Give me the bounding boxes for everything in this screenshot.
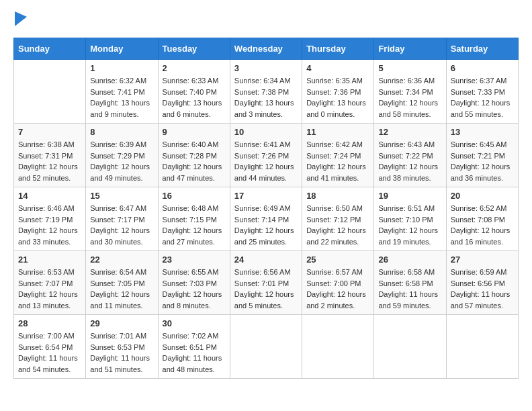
calendar-table: SundayMondayTuesdayWednesdayThursdayFrid… xyxy=(13,38,519,379)
calendar-cell: 21 Sunrise: 6:53 AM Sunset: 7:07 PM Dayl… xyxy=(14,251,86,315)
calendar-cell: 8 Sunrise: 6:39 AM Sunset: 7:29 PM Dayli… xyxy=(86,124,158,187)
day-number: 2 xyxy=(163,63,226,73)
daylight-text: Daylight: 12 hours and 22 minutes. xyxy=(306,225,369,247)
daylight-text: Daylight: 11 hours and 51 minutes. xyxy=(90,353,153,375)
calendar-cell: 19 Sunrise: 6:51 AM Sunset: 7:10 PM Dayl… xyxy=(374,187,446,251)
daylight-text: Daylight: 11 hours and 59 minutes. xyxy=(378,289,441,311)
sunrise-text: Sunrise: 6:43 AM xyxy=(378,139,441,150)
sunrise-text: Sunrise: 6:47 AM xyxy=(90,203,153,214)
calendar-cell: 18 Sunrise: 6:50 AM Sunset: 7:12 PM Dayl… xyxy=(302,187,374,251)
sunset-text: Sunset: 7:38 PM xyxy=(234,87,298,98)
sunset-text: Sunset: 7:17 PM xyxy=(90,214,153,226)
day-number: 3 xyxy=(234,63,298,73)
sunset-text: Sunset: 7:26 PM xyxy=(234,150,298,162)
calendar-cell: 25 Sunrise: 6:57 AM Sunset: 7:00 PM Dayl… xyxy=(302,251,374,315)
daylight-text: Daylight: 12 hours and 49 minutes. xyxy=(90,161,153,183)
sunset-text: Sunset: 6:54 PM xyxy=(18,342,81,353)
day-info: Sunrise: 6:35 AM Sunset: 7:36 PM Dayligh… xyxy=(306,75,369,120)
day-info: Sunrise: 6:41 AM Sunset: 7:26 PM Dayligh… xyxy=(234,139,298,183)
day-number: 19 xyxy=(378,191,441,201)
daylight-text: Daylight: 12 hours and 13 minutes. xyxy=(18,289,81,311)
day-number: 7 xyxy=(18,127,81,137)
logo-icon xyxy=(15,11,27,26)
calendar-cell: 2 Sunrise: 6:33 AM Sunset: 7:40 PM Dayli… xyxy=(158,60,230,124)
calendar-week-5: 28 Sunrise: 7:00 AM Sunset: 6:54 PM Dayl… xyxy=(14,315,519,379)
sunset-text: Sunset: 7:01 PM xyxy=(234,278,298,289)
daylight-text: Daylight: 13 hours and 0 minutes. xyxy=(306,97,369,120)
sunset-text: Sunset: 7:22 PM xyxy=(378,150,441,162)
calendar-cell: 5 Sunrise: 6:36 AM Sunset: 7:34 PM Dayli… xyxy=(374,60,446,124)
day-number: 22 xyxy=(90,255,153,265)
day-info: Sunrise: 6:32 AM Sunset: 7:41 PM Dayligh… xyxy=(90,75,153,120)
sunrise-text: Sunrise: 6:50 AM xyxy=(306,203,369,214)
day-number: 1 xyxy=(90,63,153,73)
day-info: Sunrise: 6:34 AM Sunset: 7:38 PM Dayligh… xyxy=(234,75,298,120)
daylight-text: Daylight: 12 hours and 52 minutes. xyxy=(18,161,81,183)
calendar-header-saturday: Saturday xyxy=(446,38,518,60)
calendar-cell xyxy=(14,60,86,124)
day-info: Sunrise: 6:33 AM Sunset: 7:40 PM Dayligh… xyxy=(163,75,226,120)
calendar-cell xyxy=(230,315,302,379)
sunrise-text: Sunrise: 6:46 AM xyxy=(18,203,81,214)
calendar-cell: 1 Sunrise: 6:32 AM Sunset: 7:41 PM Dayli… xyxy=(86,60,158,124)
calendar-cell: 13 Sunrise: 6:45 AM Sunset: 7:21 PM Dayl… xyxy=(446,124,518,187)
sunrise-text: Sunrise: 6:35 AM xyxy=(306,75,369,87)
svg-marker-0 xyxy=(15,11,27,26)
daylight-text: Daylight: 12 hours and 44 minutes. xyxy=(234,161,298,183)
day-number: 29 xyxy=(90,318,153,328)
day-number: 12 xyxy=(378,127,441,137)
daylight-text: Daylight: 12 hours and 58 minutes. xyxy=(378,97,441,120)
calendar-cell: 11 Sunrise: 6:42 AM Sunset: 7:24 PM Dayl… xyxy=(302,124,374,187)
day-info: Sunrise: 6:37 AM Sunset: 7:33 PM Dayligh… xyxy=(451,75,514,120)
calendar-cell: 17 Sunrise: 6:49 AM Sunset: 7:14 PM Dayl… xyxy=(230,187,302,251)
calendar-cell: 12 Sunrise: 6:43 AM Sunset: 7:22 PM Dayl… xyxy=(374,124,446,187)
day-number: 11 xyxy=(306,127,369,137)
day-info: Sunrise: 6:53 AM Sunset: 7:07 PM Dayligh… xyxy=(18,267,81,311)
day-info: Sunrise: 6:58 AM Sunset: 6:58 PM Dayligh… xyxy=(378,267,441,311)
day-info: Sunrise: 6:56 AM Sunset: 7:01 PM Dayligh… xyxy=(234,267,298,311)
calendar-header-thursday: Thursday xyxy=(302,38,374,60)
sunset-text: Sunset: 7:41 PM xyxy=(90,87,153,98)
calendar-cell: 3 Sunrise: 6:34 AM Sunset: 7:38 PM Dayli… xyxy=(230,60,302,124)
sunset-text: Sunset: 7:10 PM xyxy=(378,214,441,226)
sunrise-text: Sunrise: 6:49 AM xyxy=(234,203,298,214)
daylight-text: Daylight: 13 hours and 3 minutes. xyxy=(234,97,298,120)
sunrise-text: Sunrise: 6:42 AM xyxy=(306,139,369,150)
sunset-text: Sunset: 6:51 PM xyxy=(163,342,226,353)
sunrise-text: Sunrise: 6:56 AM xyxy=(234,267,298,278)
calendar-header-friday: Friday xyxy=(374,38,446,60)
calendar-header-wednesday: Wednesday xyxy=(230,38,302,60)
daylight-text: Daylight: 12 hours and 16 minutes. xyxy=(451,225,514,247)
calendar-cell: 14 Sunrise: 6:46 AM Sunset: 7:19 PM Dayl… xyxy=(14,187,86,251)
sunrise-text: Sunrise: 6:37 AM xyxy=(451,75,514,87)
daylight-text: Daylight: 13 hours and 6 minutes. xyxy=(163,97,226,120)
day-info: Sunrise: 6:38 AM Sunset: 7:31 PM Dayligh… xyxy=(18,139,81,183)
sunset-text: Sunset: 7:03 PM xyxy=(163,278,226,289)
day-info: Sunrise: 6:42 AM Sunset: 7:24 PM Dayligh… xyxy=(306,139,369,183)
sunrise-text: Sunrise: 6:54 AM xyxy=(90,267,153,278)
day-info: Sunrise: 6:39 AM Sunset: 7:29 PM Dayligh… xyxy=(90,139,153,183)
sunset-text: Sunset: 6:53 PM xyxy=(90,342,153,353)
calendar-cell: 4 Sunrise: 6:35 AM Sunset: 7:36 PM Dayli… xyxy=(302,60,374,124)
day-info: Sunrise: 6:46 AM Sunset: 7:19 PM Dayligh… xyxy=(18,203,81,247)
day-number: 5 xyxy=(378,63,441,73)
daylight-text: Daylight: 12 hours and 33 minutes. xyxy=(18,225,81,247)
calendar-cell: 24 Sunrise: 6:56 AM Sunset: 7:01 PM Dayl… xyxy=(230,251,302,315)
calendar-header-monday: Monday xyxy=(86,38,158,60)
sunset-text: Sunset: 7:31 PM xyxy=(18,150,81,162)
daylight-text: Daylight: 12 hours and 5 minutes. xyxy=(234,289,298,311)
sunset-text: Sunset: 7:15 PM xyxy=(163,214,226,226)
calendar-header-tuesday: Tuesday xyxy=(158,38,230,60)
day-number: 25 xyxy=(306,255,369,265)
calendar-header-sunday: Sunday xyxy=(14,38,86,60)
sunset-text: Sunset: 7:29 PM xyxy=(90,150,153,162)
calendar-cell xyxy=(302,315,374,379)
sunrise-text: Sunrise: 6:41 AM xyxy=(234,139,298,150)
day-number: 6 xyxy=(451,63,514,73)
sunset-text: Sunset: 7:19 PM xyxy=(18,214,81,226)
sunset-text: Sunset: 7:00 PM xyxy=(306,278,369,289)
calendar-week-2: 7 Sunrise: 6:38 AM Sunset: 7:31 PM Dayli… xyxy=(14,124,519,187)
day-info: Sunrise: 7:01 AM Sunset: 6:53 PM Dayligh… xyxy=(90,330,153,375)
sunrise-text: Sunrise: 6:57 AM xyxy=(306,267,369,278)
day-info: Sunrise: 6:43 AM Sunset: 7:22 PM Dayligh… xyxy=(378,139,441,183)
